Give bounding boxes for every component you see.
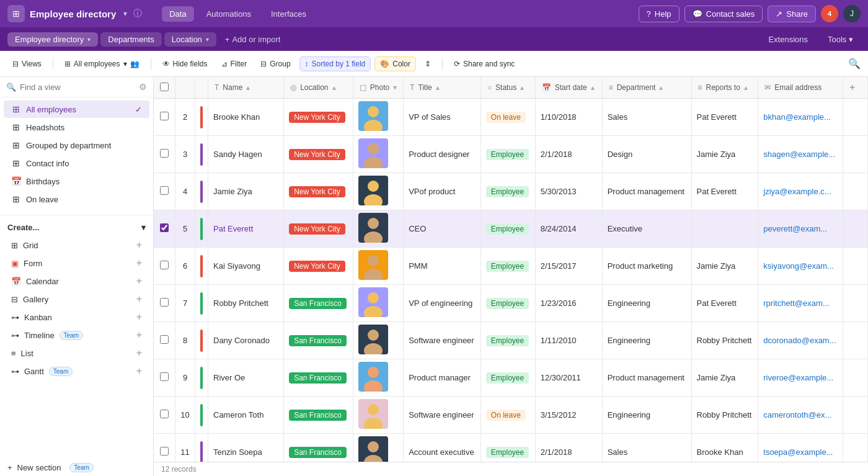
name-cell[interactable]: Robby Pritchett xyxy=(208,285,284,322)
name-cell[interactable]: Cameron Toth xyxy=(208,397,284,434)
photo-column-header[interactable]: ▢ Photo ▾ xyxy=(353,77,403,99)
location-cell[interactable]: New York City xyxy=(284,99,353,136)
create-calendar[interactable]: 📅 Calendar + xyxy=(4,272,149,290)
create-list[interactable]: ≡ List + xyxy=(4,344,149,362)
name-column-header[interactable]: T Name ▴ xyxy=(208,77,284,99)
row-height-button[interactable]: ⇕ xyxy=(420,57,436,71)
location-column-header[interactable]: ◎ Location ▴ xyxy=(284,77,353,99)
row-checkbox[interactable] xyxy=(160,112,169,120)
row-checkbox[interactable] xyxy=(160,223,169,232)
notification-badge[interactable]: 4 xyxy=(821,5,838,22)
create-kanban[interactable]: ⊶ Kanban + xyxy=(4,308,149,326)
contact-sales-button[interactable]: 💬 Contact sales xyxy=(684,6,763,22)
row-checkbox[interactable] xyxy=(160,410,169,418)
location-cell[interactable]: San Francisco xyxy=(284,285,353,322)
email-cell[interactable]: riveroe@example... xyxy=(758,359,843,397)
start-date-column-header[interactable]: 📅 Start date ▴ xyxy=(535,77,602,99)
row-checkbox-cell[interactable] xyxy=(154,285,175,322)
location-cell[interactable]: New York City xyxy=(284,248,353,285)
row-checkbox-cell[interactable] xyxy=(154,136,175,173)
create-grid[interactable]: ⊞ Grid + xyxy=(4,236,149,254)
info-icon[interactable]: ⓘ xyxy=(133,8,142,19)
employee-name[interactable]: Kai Siyavong xyxy=(213,261,260,271)
hide-fields-button[interactable]: 👁 Hide fields xyxy=(157,57,213,71)
status-cell[interactable]: Employee xyxy=(480,285,535,322)
email-cell[interactable]: peverett@exam... xyxy=(758,210,843,248)
add-form-icon[interactable]: + xyxy=(136,258,142,269)
add-grid-icon[interactable]: + xyxy=(136,240,142,251)
extensions-button[interactable]: Extensions xyxy=(761,32,815,47)
tab-departments[interactable]: Departments xyxy=(100,32,161,47)
row-checkbox[interactable] xyxy=(160,298,169,307)
sidebar-item-contact-info[interactable]: ⊞ Contact info xyxy=(4,155,149,172)
row-checkbox[interactable] xyxy=(160,261,169,269)
create-gallery[interactable]: ⊟ Gallery + xyxy=(4,290,149,308)
nav-data-tab[interactable]: Data xyxy=(162,6,193,22)
row-checkbox[interactable] xyxy=(160,335,169,344)
row-checkbox-cell[interactable] xyxy=(154,359,175,397)
sort-button[interactable]: ↕ Sorted by 1 field xyxy=(299,56,371,71)
employee-name[interactable]: Pat Everett xyxy=(213,224,253,233)
row-checkbox[interactable] xyxy=(160,447,169,456)
email-cell[interactable]: ksiyavong@exam... xyxy=(758,248,843,285)
search-input[interactable] xyxy=(20,83,135,92)
row-checkbox[interactable] xyxy=(160,186,169,195)
name-cell[interactable]: Jamie Ziya xyxy=(208,173,284,210)
status-cell[interactable]: Employee xyxy=(480,359,535,397)
status-cell[interactable]: Employee xyxy=(480,136,535,173)
name-cell[interactable]: Kai Siyavong xyxy=(208,248,284,285)
share-button[interactable]: ↗ Share xyxy=(768,6,816,22)
tab-location[interactable]: Location ▾ xyxy=(164,32,216,47)
add-gantt-icon[interactable]: + xyxy=(136,366,142,377)
sidebar-item-birthdays[interactable]: 📅 Birthdays xyxy=(4,173,149,190)
location-cell[interactable]: New York City xyxy=(284,173,353,210)
row-checkbox-cell[interactable] xyxy=(154,248,175,285)
create-gantt[interactable]: ⊶ Gantt Team + xyxy=(4,362,149,380)
add-kanban-icon[interactable]: + xyxy=(136,312,142,323)
department-column-header[interactable]: ≡ Department ▴ xyxy=(602,77,691,99)
select-all-checkbox[interactable] xyxy=(160,83,169,91)
status-cell[interactable]: Employee xyxy=(480,248,535,285)
add-calendar-icon[interactable]: + xyxy=(136,276,142,287)
email-column-header[interactable]: ✉ Email address xyxy=(758,77,843,99)
add-timeline-icon[interactable]: + xyxy=(136,330,142,341)
row-checkbox-cell[interactable] xyxy=(154,397,175,434)
email-cell[interactable]: shagen@example... xyxy=(758,136,843,173)
app-title-chevron[interactable]: ▾ xyxy=(123,9,127,18)
employee-name[interactable]: Dany Coronado xyxy=(213,336,270,345)
tools-button[interactable]: Tools ▾ xyxy=(820,32,861,47)
email-cell[interactable]: camerontoth@ex... xyxy=(758,397,843,434)
views-button[interactable]: ⊟ Views xyxy=(7,57,46,71)
row-checkbox-cell[interactable] xyxy=(154,99,175,136)
color-button[interactable]: 🎨 Color xyxy=(374,56,416,71)
location-cell[interactable]: San Francisco xyxy=(284,322,353,359)
share-sync-button[interactable]: ⟳ Share and sync xyxy=(449,57,520,71)
employee-name[interactable]: Robby Pritchett xyxy=(213,299,268,308)
row-checkbox[interactable] xyxy=(160,372,169,381)
name-cell[interactable]: River Oe xyxy=(208,359,284,397)
employee-name[interactable]: Jamie Ziya xyxy=(213,187,252,196)
title-column-header[interactable]: T Title ▴ xyxy=(404,77,481,99)
add-field-header[interactable]: + xyxy=(843,77,868,99)
sidebar-item-grouped-by-department[interactable]: ⊞ Grouped by department xyxy=(4,137,149,154)
all-employees-button[interactable]: ⊞ All employees ▾ 👥 xyxy=(60,57,144,71)
employee-name[interactable]: Tenzin Soepa xyxy=(213,447,262,457)
add-or-import-button[interactable]: + Add or import xyxy=(219,32,287,47)
location-cell[interactable]: San Francisco xyxy=(284,397,353,434)
row-checkbox[interactable] xyxy=(160,149,169,158)
name-cell[interactable]: Sandy Hagen xyxy=(208,136,284,173)
new-section-item[interactable]: + New section Team xyxy=(0,459,153,476)
add-list-icon[interactable]: + xyxy=(136,348,142,359)
help-button[interactable]: ? Help xyxy=(639,6,680,22)
filter-button[interactable]: ⊿ Filter xyxy=(216,57,252,71)
create-form[interactable]: ▣ Form + xyxy=(4,254,149,272)
reports-to-column-header[interactable]: ≡ Reports to ▴ xyxy=(691,77,758,99)
nav-interfaces-tab[interactable]: Interfaces xyxy=(264,6,314,22)
location-cell[interactable]: New York City xyxy=(284,136,353,173)
sidebar-item-headshots[interactable]: ⊞ Headshots xyxy=(4,119,149,136)
search-button[interactable]: 🔍 xyxy=(848,58,861,70)
group-button[interactable]: ⊟ Group xyxy=(255,57,295,71)
tab-employee-directory[interactable]: Employee directory ▾ xyxy=(7,32,98,47)
employee-name[interactable]: River Oe xyxy=(213,373,245,382)
sidebar-item-all-employees[interactable]: ⊞ All employees ✓ xyxy=(4,101,149,118)
